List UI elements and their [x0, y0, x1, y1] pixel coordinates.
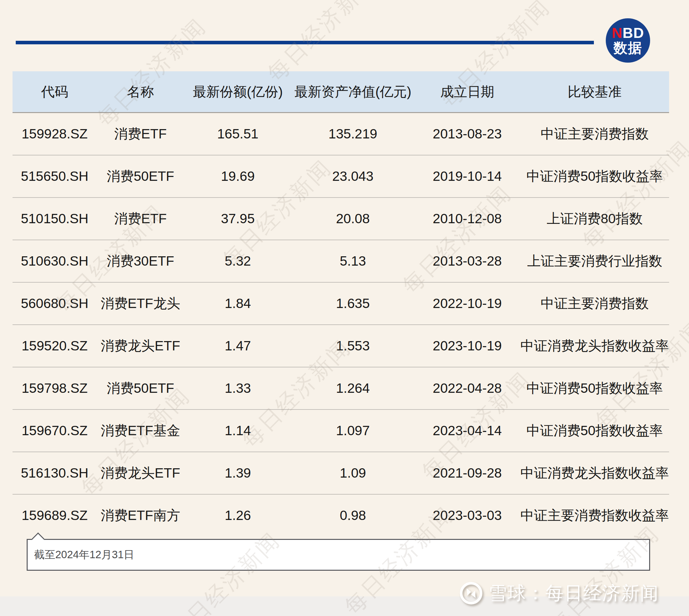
cell-date: 2019-10-14 — [414, 169, 520, 184]
source-label: 雪球：每日经济新闻 — [489, 581, 659, 606]
table-row: 159520.SZ 消费龙头ETF 1.47 1.553 2023-10-19 … — [13, 325, 669, 368]
cell-code: 159670.SZ — [13, 423, 97, 438]
cell-shares: 1.84 — [184, 296, 292, 311]
col-header-name: 名称 — [97, 83, 184, 101]
cell-code: 159689.SZ — [13, 508, 97, 523]
cell-name: 消费龙头ETF — [97, 337, 184, 355]
table-row: 510630.SH 消费30ETF 5.32 5.13 2013-03-28 上… — [13, 240, 669, 283]
top-blue-rule — [16, 41, 594, 44]
nbd-logo-subtitle: 数据 — [613, 41, 642, 56]
cell-code: 159928.SZ — [13, 126, 97, 141]
cell-name: 消费ETF龙头 — [97, 294, 184, 312]
cell-shares: 5.32 — [184, 254, 292, 269]
cell-nav: 1.553 — [292, 338, 414, 354]
table-row: 510150.SH 消费ETF 37.95 20.08 2010-12-08 上… — [13, 198, 669, 240]
cell-shares: 1.26 — [184, 508, 292, 523]
cell-date: 2013-08-23 — [414, 126, 520, 141]
cell-benchmark: 中证消费50指数收益率 — [520, 167, 669, 185]
nbd-data-logo-icon: NBD 数据 — [606, 18, 650, 63]
infographic-canvas: NBD 数据 代码 名称 最新份额(亿份) 最新资产净值(亿元) 成立日期 比较… — [0, 0, 689, 616]
table-row: 159798.SZ 消费50ETF 1.33 1.264 2022-04-28 … — [13, 368, 669, 410]
cell-date: 2023-10-19 — [414, 338, 520, 354]
col-header-date: 成立日期 — [414, 83, 520, 101]
cell-code: 510630.SH — [13, 254, 97, 269]
table-row: 516130.SH 消费龙头ETF 1.39 1.09 2021-09-28 中… — [13, 452, 669, 494]
cell-benchmark: 中证主要消费指数收益率 — [520, 506, 669, 525]
cell-code: 560680.SH — [13, 296, 97, 311]
cell-shares: 1.39 — [184, 465, 292, 481]
cell-date: 2021-09-28 — [414, 465, 520, 481]
cell-shares: 1.14 — [184, 423, 292, 438]
cell-code: 510150.SH — [13, 211, 97, 226]
cell-code: 159520.SZ — [13, 338, 97, 354]
cell-code: 516130.SH — [13, 465, 97, 481]
col-header-benchmark: 比较基准 — [520, 83, 669, 101]
cell-date: 2013-03-28 — [414, 254, 520, 269]
cell-benchmark: 上证主要消费行业指数 — [520, 252, 669, 270]
table-row: 515650.SH 消费50ETF 19.69 23.043 2019-10-1… — [13, 155, 669, 198]
etf-table: 代码 名称 最新份额(亿份) 最新资产净值(亿元) 成立日期 比较基准 1599… — [13, 71, 669, 536]
note-text: 截至2024年12月31日 — [28, 540, 649, 569]
cell-date: 2023-04-14 — [414, 423, 520, 438]
cell-shares: 1.47 — [184, 338, 292, 354]
nbd-logo-text: NBD — [612, 25, 644, 41]
col-header-shares: 最新份额(亿份) — [184, 83, 292, 101]
cell-name: 消费龙头ETF — [97, 464, 184, 482]
cell-shares: 1.33 — [184, 380, 292, 396]
cell-nav: 0.98 — [292, 508, 414, 523]
cell-nav: 20.08 — [292, 211, 414, 226]
cell-nav: 135.219 — [292, 126, 414, 141]
cell-nav: 5.13 — [292, 254, 414, 269]
cell-benchmark: 中证主要消费指数 — [520, 294, 669, 312]
xueqiu-logo-icon — [459, 581, 483, 606]
cell-benchmark: 中证消费龙头指数收益率 — [520, 464, 669, 482]
table-row: 560680.SH 消费ETF龙头 1.84 1.635 2022-10-19 … — [13, 283, 669, 325]
cell-nav: 1.264 — [292, 380, 414, 396]
cell-name: 消费ETF基金 — [97, 422, 184, 440]
cell-benchmark: 中证消费50指数收益率 — [520, 422, 669, 440]
cell-name: 消费50ETF — [97, 167, 184, 185]
cell-name: 消费ETF — [97, 125, 184, 143]
cell-code: 515650.SH — [13, 169, 97, 184]
note-box: 截至2024年12月31日 — [27, 539, 650, 571]
table-row: 159928.SZ 消费ETF 165.51 135.219 2013-08-2… — [13, 113, 669, 155]
source-footer: 雪球：每日经济新闻 — [459, 579, 659, 607]
cell-date: 2010-12-08 — [414, 211, 520, 226]
cell-shares: 165.51 — [184, 126, 292, 141]
cell-benchmark: 中证消费50指数收益率 — [520, 379, 669, 397]
cell-name: 消费ETF南方 — [97, 506, 184, 525]
cell-benchmark: 中证消费龙头指数收益率 — [520, 337, 669, 355]
cell-date: 2022-04-28 — [414, 380, 520, 396]
cell-nav: 23.043 — [292, 169, 414, 184]
cell-nav: 1.097 — [292, 423, 414, 438]
nbd-logo-bd: BD — [623, 25, 644, 41]
cell-shares: 19.69 — [184, 169, 292, 184]
table-row: 159689.SZ 消费ETF南方 1.26 0.98 2023-03-03 中… — [13, 494, 669, 536]
cell-benchmark: 上证消费80指数 — [520, 210, 669, 228]
cell-nav: 1.09 — [292, 465, 414, 481]
table-row: 159670.SZ 消费ETF基金 1.14 1.097 2023-04-14 … — [13, 410, 669, 452]
cell-shares: 37.95 — [184, 211, 292, 226]
cell-name: 消费50ETF — [97, 379, 184, 397]
cell-name: 消费ETF — [97, 210, 184, 228]
cell-name: 消费30ETF — [97, 252, 184, 270]
cell-code: 159798.SZ — [13, 380, 97, 396]
cell-date: 2022-10-19 — [414, 296, 520, 311]
cell-nav: 1.635 — [292, 296, 414, 311]
col-header-nav: 最新资产净值(亿元) — [292, 83, 414, 101]
cell-benchmark: 中证主要消费指数 — [520, 125, 669, 143]
cell-date: 2023-03-03 — [414, 508, 520, 523]
nbd-logo-n: N — [612, 25, 623, 41]
col-header-code: 代码 — [13, 83, 97, 101]
table-header-row: 代码 名称 最新份额(亿份) 最新资产净值(亿元) 成立日期 比较基准 — [13, 71, 669, 113]
